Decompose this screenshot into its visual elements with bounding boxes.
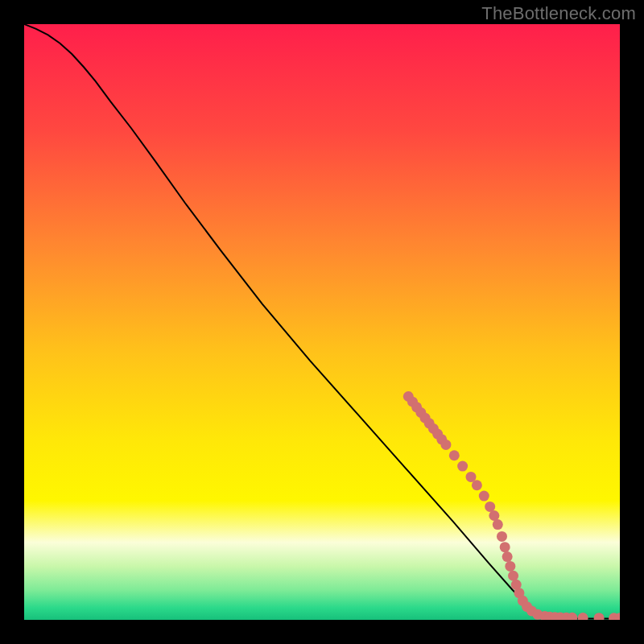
hw-marker	[508, 571, 518, 581]
hw-marker	[449, 450, 460, 460]
hw-marker	[472, 480, 482, 490]
hw-marker	[502, 551, 513, 562]
hw-marker	[505, 561, 515, 572]
hw-marker	[479, 491, 489, 502]
plot-area	[24, 24, 620, 620]
hw-marker	[489, 510, 499, 521]
chart-svg	[24, 24, 620, 620]
hw-marker	[493, 519, 503, 530]
hw-marker	[457, 461, 468, 472]
hw-marker	[500, 542, 510, 552]
chart-stage: TheBottleneck.com	[0, 0, 644, 644]
hw-marker	[440, 440, 451, 450]
hw-marker	[485, 502, 495, 512]
chart-background	[24, 24, 620, 620]
hw-marker	[497, 531, 507, 542]
watermark-text: TheBottleneck.com	[481, 3, 636, 24]
